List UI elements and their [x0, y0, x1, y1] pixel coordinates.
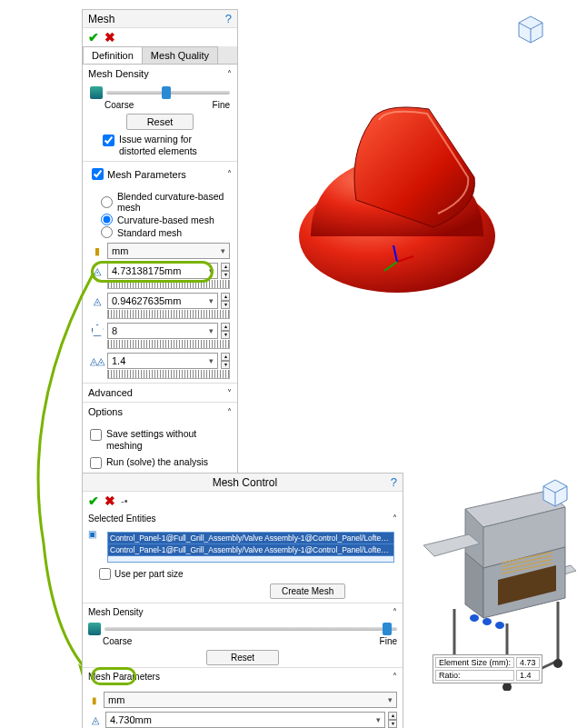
entity-icon: ▣ — [88, 529, 101, 565]
params-heading: Mesh Parameters — [107, 169, 227, 180]
selected-entity-2: Control_Panel-1@Full_Grill_Assembly/Valv… — [108, 544, 393, 556]
unit-dropdown-bot[interactable]: mm▾ — [104, 692, 397, 708]
selected-entities-list[interactable]: Control_Panel-1@Full_Grill_Assembly/Valv… — [107, 532, 394, 563]
min-circle-icon — [90, 324, 104, 338]
sel-heading: Selected Entities — [88, 514, 393, 524]
ok-icon[interactable]: ✔ — [88, 494, 99, 508]
chevron-up-icon[interactable]: ˄ — [227, 69, 232, 79]
ok-icon[interactable]: ✔ — [88, 30, 99, 45]
panel-header: Mesh ? — [83, 10, 237, 28]
min-size-ruler[interactable] — [107, 310, 230, 319]
section-options: Options˄ Save settings without meshing R… — [83, 403, 237, 473]
global-size-icon: ◬ — [90, 265, 104, 277]
size-field-bot[interactable]: 4.730mm▾ — [105, 712, 385, 728]
section-density-bot: Mesh Density˄ CoarseFine Reset — [83, 603, 403, 668]
help-icon[interactable]: ? — [391, 475, 397, 489]
section-mesh-density: Mesh Density˄ CoarseFine Reset Issue war… — [83, 65, 237, 162]
chevron-up-icon[interactable]: ˄ — [227, 407, 232, 417]
per-part-checkbox[interactable] — [99, 568, 111, 580]
chevron-up-icon[interactable]: ˄ — [227, 169, 232, 179]
help-icon[interactable]: ? — [225, 12, 232, 25]
size-icon: ◬ — [88, 714, 103, 726]
reset-button-bot[interactable]: Reset — [206, 650, 279, 665]
panel-title: Mesh — [88, 13, 225, 25]
knob-3d-model[interactable] — [293, 91, 502, 300]
ratio-icon: ◬◬ — [90, 355, 104, 367]
options-heading: Options — [88, 406, 227, 417]
chevron-down-icon: ˅ — [227, 388, 232, 398]
params-enable-checkbox[interactable] — [92, 168, 104, 180]
section-selected-entities: Selected Entities˄ ▣ Control_Panel-1@Ful… — [83, 510, 403, 603]
warn-label: Issue warning for distorted elements — [119, 134, 230, 157]
view-cube-icon[interactable] — [515, 15, 546, 45]
run-solve-checkbox[interactable] — [90, 457, 102, 469]
min-circle-ruler[interactable] — [107, 340, 230, 349]
mesh-cube-icon — [90, 86, 103, 99]
section-advanced[interactable]: Advanced˅ — [83, 384, 237, 403]
panel-title: Mesh Control — [99, 476, 391, 489]
advanced-heading: Advanced — [88, 387, 227, 398]
ratio-ruler[interactable] — [107, 370, 230, 379]
selected-entity-1: Control_Panel-1@Full_Grill_Assembly/Valv… — [108, 533, 393, 544]
density-slider-bot[interactable] — [104, 627, 397, 631]
create-mesh-button[interactable]: Create Mesh — [270, 583, 345, 599]
mesh-panel: Mesh ? ✔ ✖ Definition Mesh Quality Mesh … — [82, 9, 238, 474]
cancel-icon[interactable]: ✖ — [104, 30, 115, 45]
fine-label: Fine — [213, 100, 230, 110]
ratio-field[interactable]: 1.4▾ — [107, 353, 218, 369]
svg-point-31 — [495, 622, 504, 629]
tab-definition[interactable]: Definition — [83, 46, 143, 64]
warn-checkbox[interactable] — [103, 135, 114, 146]
global-size-spinner[interactable]: ▴▾ — [221, 263, 230, 279]
confirm-bar: ✔ ✖ — [83, 28, 237, 46]
confirm-bar: ✔ ✖ -• — [83, 492, 403, 510]
unit-dropdown[interactable]: mm▾ — [107, 243, 230, 259]
view-cube-icon[interactable] — [540, 478, 571, 509]
reset-button[interactable]: Reset — [126, 114, 194, 130]
svg-point-30 — [482, 618, 492, 625]
global-size-ruler[interactable] — [107, 280, 230, 289]
min-size-icon: ◬ — [90, 295, 104, 307]
ratio-spinner[interactable]: ▴▾ — [221, 353, 230, 369]
graphics-viewport-top[interactable] — [238, 9, 552, 418]
min-size-spinner[interactable]: ▴▾ — [221, 293, 230, 309]
mesh-callout: Element Size (mm):4.73 Ratio:1.4 — [433, 654, 542, 683]
density-slider[interactable] — [106, 91, 230, 95]
svg-point-29 — [470, 614, 479, 622]
section-mesh-parameters: Mesh Parameters˄ Blended curvature-based… — [83, 162, 237, 384]
global-size-field[interactable]: 4.73138175mm▾ — [107, 263, 218, 279]
mesh-cube-icon — [88, 623, 101, 635]
section-params-bot: Mesh Parameters˄ ▮mm▾ ◬4.730mm▾▴▾ ✕1.4▾▴… — [83, 668, 403, 728]
tabs: Definition Mesh Quality — [83, 46, 237, 65]
density-heading: Mesh Density — [88, 68, 227, 79]
radio-blended[interactable] — [101, 196, 113, 208]
min-size-field[interactable]: 0.94627635mm▾ — [107, 293, 218, 309]
pushpin-icon[interactable]: -• — [121, 495, 128, 506]
min-circle-spinner[interactable]: ▴▾ — [221, 323, 230, 339]
cancel-icon[interactable]: ✖ — [104, 494, 115, 508]
mesh-control-panel: Mesh Control? ✔ ✖ -• Selected Entities˄ … — [82, 473, 403, 728]
min-circle-field[interactable]: 8▾ — [107, 323, 218, 339]
svg-point-28 — [553, 659, 562, 668]
coarse-label: Coarse — [104, 100, 134, 110]
radio-curvature[interactable] — [101, 214, 113, 225]
radio-standard[interactable] — [101, 226, 113, 238]
tab-mesh-quality[interactable]: Mesh Quality — [142, 46, 218, 64]
save-wo-mesh-checkbox[interactable] — [90, 429, 102, 441]
